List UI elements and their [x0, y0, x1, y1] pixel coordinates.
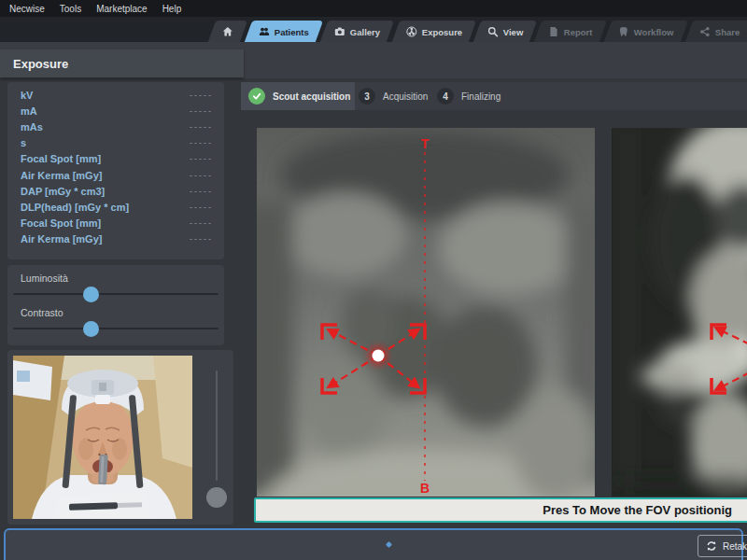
overlay-top-label: T	[421, 136, 430, 151]
retake-button-label: Retake	[723, 541, 747, 552]
menu-item-tools[interactable]: Tools	[60, 4, 81, 14]
param-row-dlp: DLP(head) [mGy * cm] -----	[7, 199, 224, 215]
param-row-focal-spot-1: Focal Spot [mm] -----	[7, 151, 224, 167]
fov-center-handle[interactable]	[373, 350, 385, 362]
camera-zoom-slider-track[interactable]	[216, 371, 218, 481]
tab-share[interactable]: Share	[684, 21, 747, 42]
tab-view-label: View	[503, 26, 523, 36]
exposure-app-window: Necwise Tools Marketplace Help Patients	[0, 0, 747, 560]
check-icon	[248, 88, 265, 105]
tab-view[interactable]: View	[473, 21, 538, 42]
step-finalizing[interactable]: 4 Finalizing	[437, 82, 500, 110]
param-row-focal-spot-2: Focal Spot [mm] -----	[7, 216, 224, 231]
camera-zoom-slider-handle[interactable]	[206, 487, 227, 508]
image-adjust-panel: Luminosità Contrasto	[7, 265, 224, 345]
retake-button[interactable]: Retake	[698, 535, 747, 557]
step-number-badge: 3	[359, 88, 375, 105]
scout-image-lateral[interactable]	[612, 128, 747, 497]
contrast-slider-track[interactable]	[13, 328, 218, 329]
tab-home[interactable]	[208, 21, 247, 42]
tab-gallery[interactable]: Gallery	[320, 21, 395, 42]
exposure-parameters-panel: kV ----- mA ----- mAs ----- s ----- Foca…	[7, 82, 224, 259]
fov-instruction-bar: Pres To Move the FOV positionig	[254, 497, 747, 523]
patient-photo	[13, 356, 192, 519]
overlay-bottom-label: B	[420, 481, 430, 496]
footer-center-marker	[386, 541, 392, 548]
patient-camera-view	[13, 356, 192, 519]
view-icon	[487, 26, 499, 37]
bite-block	[98, 455, 108, 484]
tab-patients-label: Patients	[275, 26, 309, 36]
tab-workflow[interactable]: Workflow	[604, 21, 688, 42]
tab-gallery-label: Gallery	[350, 26, 380, 36]
tab-workflow-label: Workflow	[634, 26, 674, 36]
brightness-slider-label: Luminosità	[21, 273, 68, 284]
menu-item-necwise[interactable]: Necwise	[9, 4, 45, 14]
param-row-dap: DAP [mGy * cm3] -----	[7, 183, 224, 199]
brightness-slider-track[interactable]	[13, 293, 218, 295]
step-number-badge: 4	[437, 88, 454, 105]
param-row-air-kerma-2: Air Kerma [mGy] -----	[7, 231, 224, 247]
tab-share-label: Share	[715, 26, 740, 36]
report-icon	[548, 26, 559, 37]
param-row-ma: mA -----	[7, 103, 224, 119]
scout-image-frontal[interactable]: T B	[257, 128, 595, 497]
footer-action-bar: Retake	[4, 528, 743, 560]
param-row-mas: mAs -----	[7, 119, 224, 134]
nav-tab-bar: Patients Gallery	[0, 17, 747, 42]
tab-report-label: Report	[564, 26, 593, 36]
patient-camera-panel	[7, 350, 233, 525]
step-acquisition[interactable]: 3 Acquisition	[359, 82, 428, 110]
share-icon	[699, 26, 711, 37]
patients-icon	[259, 26, 270, 37]
gallery-icon	[334, 26, 345, 37]
menu-bar: Necwise Tools Marketplace Help	[0, 0, 747, 17]
param-row-s: s -----	[7, 135, 224, 151]
tab-report[interactable]: Report	[534, 21, 607, 42]
workflow-icon	[618, 26, 629, 37]
tab-exposure[interactable]: Exposure	[391, 21, 476, 42]
contrast-slider-handle[interactable]	[83, 321, 99, 337]
param-row-air-kerma-1: Air Kerma [mGy] -----	[7, 167, 224, 183]
tab-exposure-label: Exposure	[422, 26, 462, 36]
step-scout-acquisition[interactable]: Scout acquisition	[248, 82, 350, 110]
home-icon	[222, 26, 233, 37]
contrast-slider-label: Contrasto	[21, 307, 63, 318]
exposure-icon	[406, 26, 417, 37]
menu-item-help[interactable]: Help	[162, 4, 182, 14]
refresh-icon	[706, 540, 717, 552]
param-row-kv: kV -----	[7, 87, 224, 103]
page-title: Exposure	[0, 49, 244, 77]
brightness-slider-handle[interactable]	[83, 287, 99, 302]
menu-item-marketplace[interactable]: Marketplace	[96, 4, 147, 14]
tab-patients[interactable]: Patients	[245, 21, 323, 42]
acquisition-wizard-bar: Scout acquisition 3 Acquisition 4 Finali…	[241, 82, 747, 110]
fov-instruction-text: Pres To Move the FOV positionig	[543, 503, 732, 517]
